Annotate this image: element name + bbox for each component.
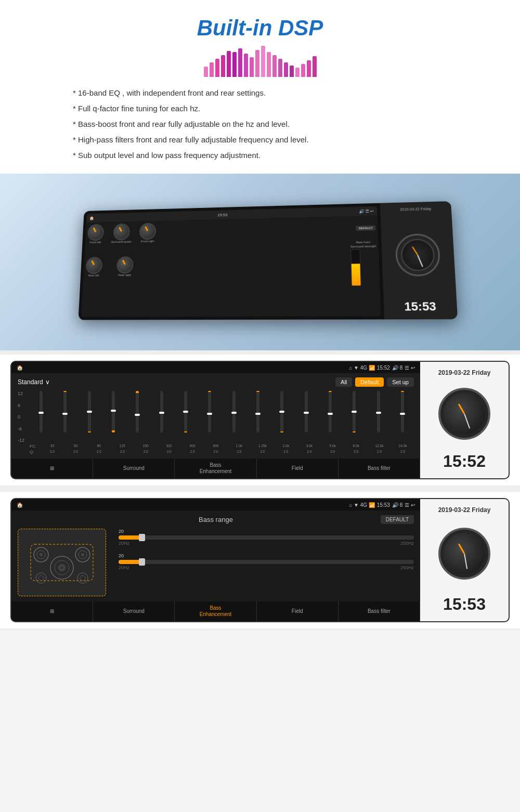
bass-slider2-value: 20	[119, 553, 124, 558]
bass-tab-field[interactable]: Field	[257, 601, 339, 621]
device-clock-inner	[400, 239, 435, 271]
knob-surround-label: Surround space	[111, 240, 132, 243]
eq-slider-col-13[interactable]	[343, 391, 366, 443]
eq-slider-track-3[interactable]	[112, 391, 115, 433]
eq-bar-11	[267, 52, 271, 77]
bass-signal-icons: ⌂ ▼ 4G 📶	[349, 502, 375, 508]
dsp-feature-0: 16-band EQ , with independent front and …	[73, 85, 478, 101]
bass-header: Bass range DEFAULT	[18, 516, 414, 523]
bass-hour-hand	[458, 543, 465, 554]
bass-tab-icon[interactable]: ⊞	[11, 601, 93, 621]
eq-setup-button[interactable]: Set up	[387, 377, 414, 387]
eq-slider-track-2[interactable]	[88, 391, 91, 433]
eq-bar-15	[290, 66, 294, 77]
eq-slider-col-12[interactable]	[319, 391, 342, 443]
eq-slider-track-7[interactable]	[208, 391, 211, 433]
eq-slider-track-6[interactable]	[184, 391, 187, 433]
knob-rear-left[interactable]	[85, 257, 102, 274]
screen-tab-bass-filter[interactable]: Bass filter	[302, 316, 381, 317]
eq-slider-track-15[interactable]	[401, 391, 404, 433]
eq-bar-1	[210, 62, 214, 77]
eq-slider-thumb-3[interactable]	[111, 410, 116, 412]
bass-tab-bass-enhancement[interactable]: BassEnhancement	[175, 601, 256, 621]
eq-slider-thumb-12[interactable]	[328, 413, 333, 415]
eq-slider-thumb-4[interactable]	[135, 414, 140, 416]
eq-slider-track-5[interactable]	[160, 391, 163, 433]
eq-toolbar: Standard ∨ All Default Set up	[18, 377, 414, 387]
eq-tab-bass-filter[interactable]: Bass filter	[339, 459, 420, 478]
eq-slider-col-10[interactable]	[270, 391, 293, 443]
eq-slider-track-12[interactable]	[329, 391, 332, 433]
eq-slider-col-14[interactable]	[367, 391, 389, 443]
eq-preset-selector[interactable]: Standard ∨	[18, 378, 50, 386]
eq-default-button[interactable]: Default	[355, 377, 384, 387]
bass-panel-time: 15:53	[443, 595, 486, 614]
eq-status-bar: 🏠 ⌂ ▼ 4G 📶 15:52 🔊 8 ☰ ↩	[11, 362, 420, 373]
eq-slider-track-1[interactable]	[63, 391, 67, 433]
eq-slider-thumb-10[interactable]	[279, 411, 284, 413]
eq-slider-col-6[interactable]	[174, 391, 197, 443]
eq-slider-col-8[interactable]	[223, 391, 245, 443]
eq-slider-col-4[interactable]	[126, 391, 149, 443]
eq-slider-col-11[interactable]	[294, 391, 317, 443]
eq-slider-thumb-11[interactable]	[304, 412, 309, 414]
eq-audio-icon: 🔊 8	[392, 365, 402, 371]
eq-bar-16	[295, 68, 300, 77]
svg-point-10	[60, 566, 63, 569]
device-date: 2019-03-22 Friday	[400, 207, 431, 211]
bass-range-track-2[interactable]	[119, 560, 414, 564]
svg-point-12	[38, 575, 44, 581]
dsp-meter	[350, 249, 361, 286]
eq-slider-col-0[interactable]	[30, 391, 53, 443]
eq-slider-thumb-0[interactable]	[38, 412, 44, 414]
eq-tab-field[interactable]: Field	[257, 459, 339, 478]
eq-slider-thumb-2[interactable]	[87, 411, 92, 413]
eq-slider-thumb-14[interactable]	[376, 412, 381, 414]
bass-slider-thumb-1[interactable]	[139, 534, 145, 541]
eq-slider-thumb-15[interactable]	[400, 413, 405, 415]
eq-slider-track-4[interactable]	[136, 391, 139, 433]
screen-tab-field[interactable]: Field	[226, 316, 303, 317]
eq-slider-col-15[interactable]	[391, 391, 414, 443]
eq-slider-track-8[interactable]	[232, 391, 236, 433]
bass-slider-thumb-2[interactable]	[139, 558, 145, 566]
eq-slider-track-9[interactable]	[256, 391, 259, 433]
eq-tab-bass-enhancement[interactable]: BassEnhancement	[175, 459, 256, 478]
bass-tab-bass-filter[interactable]: Bass filter	[339, 601, 420, 621]
eq-slider-col-3[interactable]	[102, 391, 125, 443]
eq-fc-val-9: 1.25k	[251, 444, 274, 449]
eq-fc-val-14: 12.0k	[368, 444, 391, 449]
eq-fc-val-6: 500	[181, 444, 204, 449]
bass-panel-section: 🏠 ⌂ ▼ 4G 📶 15:53 🔊 8 ☰ ↩ Bass range DEFA…	[0, 492, 520, 631]
eq-slider-track-11[interactable]	[305, 391, 308, 433]
eq-slider-track-14[interactable]	[377, 391, 380, 433]
knob-surround-space[interactable]	[113, 224, 131, 241]
eq-slider-col-2[interactable]	[78, 391, 101, 443]
eq-panel-time: 15:52	[443, 452, 486, 471]
knob-front-left[interactable]	[87, 224, 105, 241]
eq-slider-thumb-5[interactable]	[159, 412, 164, 414]
eq-slider-thumb-13[interactable]	[352, 411, 357, 413]
eq-slider-thumb-8[interactable]	[231, 412, 237, 414]
bass-tab-surround[interactable]: Surround	[93, 601, 175, 621]
eq-tab-surround[interactable]: Surround	[93, 459, 175, 478]
eq-slider-thumb-7[interactable]	[207, 413, 212, 415]
bass-range-track-1[interactable]	[119, 535, 414, 540]
knob-front-right[interactable]	[139, 223, 157, 240]
eq-slider-track-13[interactable]	[353, 391, 356, 433]
eq-slider-track-10[interactable]	[280, 391, 283, 433]
eq-slider-col-7[interactable]	[198, 391, 221, 443]
eq-tab-icon[interactable]: ⊞	[11, 459, 93, 478]
eq-all-button[interactable]: All	[335, 377, 352, 387]
eq-slider-track-0[interactable]	[40, 391, 43, 433]
eq-slider-thumb-6[interactable]	[183, 411, 188, 413]
eq-bar-8	[250, 57, 254, 77]
knob-rear-right[interactable]	[116, 256, 134, 273]
eq-slider-col-5[interactable]	[150, 391, 173, 443]
eq-slider-col-9[interactable]	[246, 391, 269, 443]
eq-slider-thumb-1[interactable]	[62, 413, 68, 415]
eq-slider-thumb-9[interactable]	[255, 413, 261, 415]
bass-default-button[interactable]: DEFAULT	[381, 515, 414, 524]
eq-slider-col-1[interactable]	[54, 391, 76, 443]
spacer-1	[0, 350, 520, 355]
